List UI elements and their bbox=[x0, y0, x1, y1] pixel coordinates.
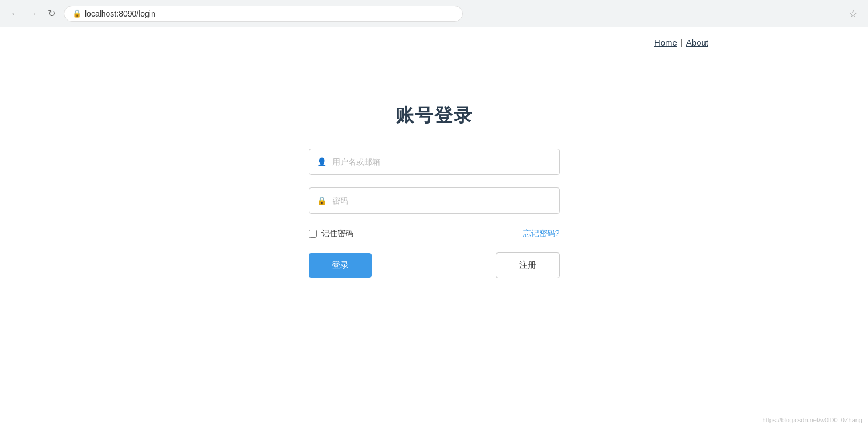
bookmark-button[interactable]: ☆ bbox=[845, 6, 861, 22]
url-text: localhost:8090/login bbox=[85, 9, 156, 18]
about-link[interactable]: About bbox=[686, 38, 708, 47]
login-button[interactable]: 登录 bbox=[309, 253, 372, 278]
page-content: Home | About 账号登录 👤 🔒 记住密码 忘记密 bbox=[0, 27, 868, 428]
user-icon: 👤 bbox=[317, 157, 327, 166]
forgot-link[interactable]: 忘记密码? bbox=[523, 229, 560, 239]
register-button[interactable]: 注册 bbox=[496, 252, 560, 278]
watermark: https://blog.csdn.net/w0lD0_0Zhang bbox=[762, 417, 862, 423]
forward-button[interactable]: → bbox=[25, 6, 41, 22]
remember-label[interactable]: 记住密码 bbox=[321, 229, 353, 239]
password-input[interactable] bbox=[309, 187, 560, 214]
nav-separator: | bbox=[680, 38, 683, 47]
browser-chrome: ← → ↻ 🔒 localhost:8090/login ☆ bbox=[0, 0, 868, 27]
buttons-row: 登录 注册 bbox=[309, 252, 560, 278]
home-link[interactable]: Home bbox=[654, 38, 677, 47]
password-group: 🔒 bbox=[309, 187, 560, 214]
remember-left: 记住密码 bbox=[309, 229, 353, 239]
username-group: 👤 bbox=[309, 149, 560, 175]
username-input[interactable] bbox=[309, 149, 560, 175]
back-button[interactable]: ← bbox=[7, 6, 23, 22]
login-container: 账号登录 👤 🔒 记住密码 忘记密码? 登录 bbox=[0, 58, 868, 278]
lock-icon: 🔒 bbox=[317, 196, 327, 205]
remember-row: 记住密码 忘记密码? bbox=[309, 229, 560, 239]
nav-buttons: ← → ↻ bbox=[7, 6, 59, 22]
address-bar[interactable]: 🔒 localhost:8090/login bbox=[64, 6, 463, 22]
remember-checkbox[interactable] bbox=[309, 230, 317, 238]
login-title: 账号登录 bbox=[396, 103, 473, 128]
top-nav: Home | About bbox=[0, 27, 868, 58]
lock-icon: 🔒 bbox=[72, 9, 81, 18]
reload-button[interactable]: ↻ bbox=[43, 6, 59, 22]
login-form: 👤 🔒 记住密码 忘记密码? 登录 注册 bbox=[309, 149, 560, 278]
